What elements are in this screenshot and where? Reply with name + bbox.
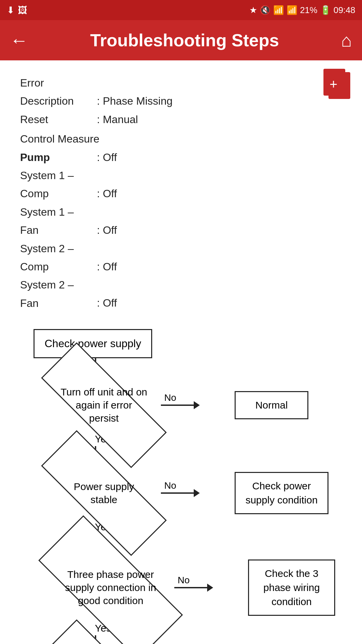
- no-label-3: No: [178, 575, 190, 586]
- step1-box: Check power supply: [34, 329, 152, 358]
- battery-icon: 🔋: [320, 5, 331, 15]
- status-bar: ⬇ 🖼 ★ 🔇 📶 📶 21% 🔋 09:48: [0, 0, 362, 20]
- time: 09:48: [334, 5, 355, 15]
- flow-row-1: Turn off unit and on again if error pers…: [34, 378, 335, 432]
- back-button[interactable]: ←: [10, 30, 28, 51]
- diamond-1-container: Turn off unit and on again if error pers…: [34, 378, 174, 432]
- control-measure-label: Control Measure: [20, 133, 100, 145]
- pump-value: : Off: [97, 151, 117, 163]
- sys1-comp-label: System 1 – Comp: [20, 166, 94, 203]
- mute-icon: 🔇: [260, 5, 270, 15]
- check-3phase-box: Check the 3 phase wiring condition: [248, 559, 335, 616]
- sys1-comp-value: : Off: [97, 187, 117, 200]
- home-button[interactable]: ⌂: [341, 30, 352, 51]
- error-info: Error Description : Phase Missing Reset …: [20, 74, 342, 312]
- no-label-1: No: [164, 392, 176, 403]
- error-desc-value: : Phase Missing: [97, 95, 173, 107]
- side-arrow-line-3: [174, 587, 208, 588]
- signal-icon: 📶: [287, 5, 297, 15]
- sys2-fan-value: : Off: [97, 297, 117, 309]
- page-title: Troubleshooting Steps: [28, 30, 341, 50]
- bookmark-button[interactable]: +: [322, 67, 352, 101]
- reset-label: Reset: [20, 110, 94, 128]
- side-branch-1: No Normal: [161, 391, 308, 419]
- reset-value: : Manual: [97, 113, 138, 125]
- content-area: + Error Description : Phase Missing Rese…: [0, 60, 362, 644]
- status-bar-left: ⬇ 🖼: [7, 5, 27, 16]
- side-arrow-line-1: [161, 405, 194, 406]
- side-arrow-2: No: [161, 492, 194, 494]
- sys1-fan-value: : Off: [97, 224, 117, 236]
- check-power-supply-box: Check power supply condition: [235, 472, 328, 514]
- flow-row-3: Three phase power supply connection in g…: [34, 554, 335, 621]
- side-arrow-3: No: [174, 587, 208, 588]
- flowchart: Check power supply Turn off unit and on …: [20, 329, 342, 644]
- download-icon: ⬇: [7, 5, 14, 16]
- wifi-icon: 📶: [273, 5, 284, 15]
- image-icon: 🖼: [18, 5, 27, 16]
- side-arrow-1: No: [161, 405, 194, 406]
- pump-label: Pump: [20, 148, 94, 166]
- side-branch-3: No Check the 3 phase wiring condition: [174, 559, 335, 616]
- error-desc-label: Error Description: [20, 74, 94, 110]
- sys2-comp-value: : Off: [97, 261, 117, 273]
- bluetooth-icon: ★: [249, 5, 257, 15]
- diamond-2-container: Power supply stable: [34, 466, 174, 520]
- no-label-2: No: [164, 480, 176, 491]
- normal-box: Normal: [235, 391, 308, 419]
- status-bar-right: ★ 🔇 📶 📶 21% 🔋 09:48: [249, 5, 355, 15]
- svg-text:+: +: [329, 77, 337, 92]
- sys2-comp-label: System 2 – Comp: [20, 239, 94, 276]
- diamond-3-container: Three phase power supply connection in g…: [34, 554, 188, 621]
- sys2-fan-label: System 2 – Fan: [20, 276, 94, 312]
- flow-row-2: Power supply stable No Check power suppl…: [34, 466, 335, 520]
- diamond-3-text: Three phase power supply connection in g…: [64, 568, 158, 607]
- app-bar: ← Troubleshooting Steps ⌂: [0, 20, 362, 60]
- sys1-fan-label: System 1 – Fan: [20, 203, 94, 239]
- side-branch-2: No Check power supply condition: [161, 472, 328, 514]
- diamond-1-text: Turn off unit and on again if error pers…: [60, 385, 147, 425]
- diamond-2-text: Power supply stable: [60, 480, 147, 506]
- side-arrow-line-2: [161, 492, 194, 494]
- battery-percent: 21%: [300, 5, 317, 15]
